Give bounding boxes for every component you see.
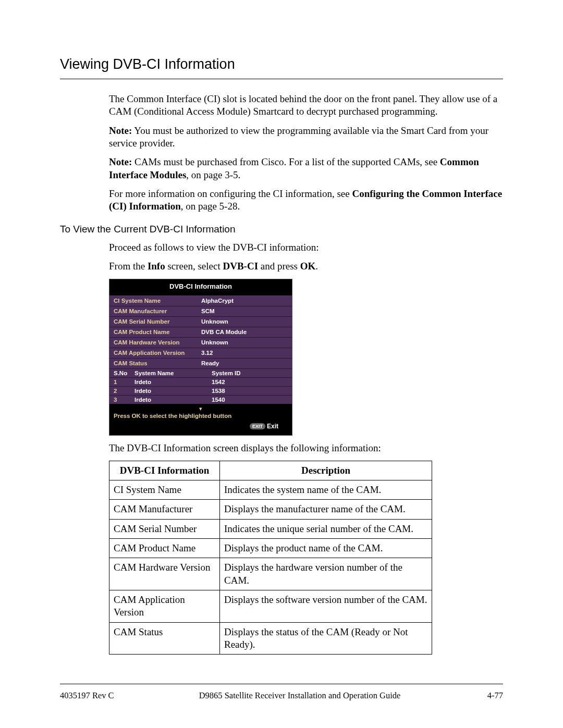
table-row: CI System Name Indicates the system name… xyxy=(109,480,432,500)
cell-name: Irdeto xyxy=(134,388,201,394)
text: For more information on configuring the … xyxy=(109,188,352,199)
footer-doc-id: 4035197 Rev C xyxy=(60,690,128,701)
ui-field-label: CI System Name xyxy=(114,297,201,305)
section-rule xyxy=(60,79,503,79)
note-text: CAMs must be purchased from Cisco. For a… xyxy=(132,156,440,167)
ui-table-row: 2 Irdeto 1538 xyxy=(109,386,292,395)
cell-id: 1538 xyxy=(201,388,288,394)
cell-name: CAM Hardware Version xyxy=(109,558,220,590)
ui-field-label: CAM Application Version xyxy=(114,349,201,357)
note-1: Note: You must be authorized to view the… xyxy=(109,125,503,150)
cell-sno: 1 xyxy=(114,379,134,385)
cell-id: 1542 xyxy=(201,379,288,385)
option-name: DVB-CI xyxy=(223,261,258,272)
cell-name: CI System Name xyxy=(109,480,220,500)
ui-col-id: System ID xyxy=(201,370,288,376)
text: and press xyxy=(258,261,300,272)
cell-name: Irdeto xyxy=(134,397,201,403)
exit-button[interactable]: EXITExit xyxy=(114,422,288,430)
text: From the xyxy=(109,261,148,272)
ui-field-row: CAM Hardware Version Unknown xyxy=(109,338,292,348)
intro-paragraph: The Common Interface (CI) slot is locate… xyxy=(109,93,503,118)
cell-desc: Displays the software version number of … xyxy=(220,590,432,623)
cell-desc: Indicates the unique serial number of th… xyxy=(220,519,432,538)
cell-desc: Displays the status of the CAM (Ready or… xyxy=(220,622,432,655)
ui-field-row: CAM Status Ready xyxy=(109,359,292,369)
ui-table-row: 1 Irdeto 1542 xyxy=(109,377,292,386)
ui-field-value: DVB CA Module xyxy=(201,328,288,336)
ui-field-label: CAM Product Name xyxy=(114,328,201,336)
note-suffix: , on page 3-5. xyxy=(186,169,240,180)
page-footer: 4035197 Rev C D9865 Satellite Receiver I… xyxy=(60,684,503,701)
ui-footer: ▾ Press OK to select the highlighted but… xyxy=(109,404,292,435)
cell-desc: Indicates the system name of the CAM. xyxy=(220,480,432,500)
ui-col-sno: S.No xyxy=(114,370,134,376)
table-row: CAM Product Name Displays the product na… xyxy=(109,539,432,558)
text: . xyxy=(315,261,318,272)
table-row: CAM Hardware Version Displays the hardwa… xyxy=(109,558,432,590)
cell-id: 1540 xyxy=(201,397,288,403)
footer-title: D9865 Satellite Receiver Installation an… xyxy=(128,690,472,701)
ui-field-row: CAM Application Version 3.12 xyxy=(109,348,292,359)
cell-sno: 3 xyxy=(114,397,134,403)
ui-field-row: CAM Serial Number Unknown xyxy=(109,317,292,327)
ui-field-value: SCM xyxy=(201,307,288,315)
ui-field-label: CAM Hardware Version xyxy=(114,339,201,347)
key-name: OK xyxy=(300,261,316,272)
footer-page-number: 4-77 xyxy=(472,690,503,701)
table-row: CAM Status Displays the status of the CA… xyxy=(109,622,432,655)
footer-rule xyxy=(60,684,503,684)
text: screen, select xyxy=(165,261,223,272)
ui-field-value: 3.12 xyxy=(201,349,288,357)
procedure-block: Proceed as follows to view the DVB-CI in… xyxy=(109,241,503,655)
note-label: Note: xyxy=(109,125,132,136)
exit-icon: EXIT xyxy=(250,423,265,429)
config-ref: For more information on configuring the … xyxy=(109,188,503,213)
table-row: CAM Application Version Displays the sof… xyxy=(109,590,432,623)
cell-desc: Displays the product name of the CAM. xyxy=(220,539,432,558)
note-text: You must be authorized to view the progr… xyxy=(109,125,488,149)
cell-name: CAM Manufacturer xyxy=(109,500,220,519)
procedure-intro: Proceed as follows to view the DVB-CI in… xyxy=(109,241,503,254)
th-info: DVB-CI Information xyxy=(109,461,220,480)
cell-name: CAM Status xyxy=(109,622,220,655)
ui-field-label: CAM Status xyxy=(114,360,201,367)
ui-hint: Press OK to select the highlighted butto… xyxy=(114,413,288,419)
description-table: DVB-CI Information Description CI System… xyxy=(109,461,432,655)
ui-col-name: System Name xyxy=(134,370,201,376)
table-row: CAM Manufacturer Displays the manufactur… xyxy=(109,500,432,519)
ui-table-header: S.No System Name System ID xyxy=(109,369,292,377)
ui-title: DVB-CI Information xyxy=(109,279,292,296)
section-title: Viewing DVB-CI Information xyxy=(60,56,503,72)
ui-field-value: AlphaCrypt xyxy=(201,297,288,305)
cell-sno: 2 xyxy=(114,388,134,394)
note-2: Note: CAMs must be purchased from Cisco.… xyxy=(109,156,503,181)
note-label: Note: xyxy=(109,156,132,167)
text: , on page 5-28. xyxy=(181,201,240,212)
cell-name: CAM Application Version xyxy=(109,590,220,623)
procedure-step: From the Info screen, select DVB-CI and … xyxy=(109,260,503,273)
ui-table-row: 3 Irdeto 1540 xyxy=(109,395,292,404)
ui-field-row: CAM Manufacturer SCM xyxy=(109,306,292,317)
cell-name: CAM Product Name xyxy=(109,539,220,558)
cell-desc: Displays the hardware version number of … xyxy=(220,558,432,590)
ui-field-row: CAM Product Name DVB CA Module xyxy=(109,327,292,338)
cell-desc: Displays the manufacturer name of the CA… xyxy=(220,500,432,519)
th-desc: Description xyxy=(220,461,432,480)
ui-field-label: CAM Serial Number xyxy=(114,318,201,326)
table-caption: The DVB-CI Information screen displays t… xyxy=(109,442,503,454)
ui-field-value: Ready xyxy=(201,360,288,367)
exit-label: Exit xyxy=(267,423,278,430)
ui-screenshot: DVB-CI Information CI System Name AlphaC… xyxy=(109,279,292,435)
sub-heading: To View the Current DVB-CI Information xyxy=(60,224,503,235)
ui-field-row: CI System Name AlphaCrypt xyxy=(109,296,292,306)
ui-field-value: Unknown xyxy=(201,339,288,347)
chevron-down-icon: ▾ xyxy=(114,406,288,412)
ui-field-value: Unknown xyxy=(201,318,288,326)
body-block: The Common Interface (CI) slot is locate… xyxy=(109,93,503,213)
cell-name: Irdeto xyxy=(134,379,201,385)
cell-name: CAM Serial Number xyxy=(109,519,220,538)
screen-name: Info xyxy=(148,261,165,272)
table-row: CAM Serial Number Indicates the unique s… xyxy=(109,519,432,538)
ui-field-label: CAM Manufacturer xyxy=(114,307,201,315)
